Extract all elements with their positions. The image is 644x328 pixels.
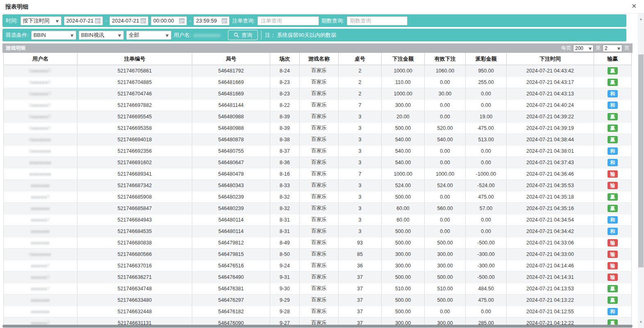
close-icon[interactable]: ✕: [631, 3, 637, 9]
cell-session: 8-24: [270, 65, 300, 77]
cell-payout: 19.00: [466, 111, 507, 122]
cell-valid_bet: 30.00: [425, 88, 466, 100]
cell-bet_time: 2024-07-21 04:14:31: [507, 271, 594, 283]
result-badge-lose[interactable]: 输: [608, 182, 618, 189]
cell-bet_time: 2024-07-21 04:40:24: [507, 100, 594, 111]
result-badge-win[interactable]: 赢: [608, 205, 618, 212]
result-badge-tie[interactable]: 和: [608, 308, 618, 315]
period-query-input[interactable]: [349, 17, 405, 24]
result-badge-win[interactable]: 赢: [608, 193, 618, 201]
result-badge-lose[interactable]: 输: [608, 170, 618, 178]
report-table-body: h●●●●●75217467058615464817928-24百家乐21000…: [4, 65, 632, 328]
vertical-scrollbar-thumb[interactable]: [638, 54, 644, 267]
cell-valid_bet: 0.00: [425, 100, 466, 111]
result-badge-win[interactable]: 赢: [608, 67, 618, 75]
table-row: ●●●●●●5217466845355464801148-31百家乐3500.0…: [4, 226, 632, 237]
column-header-round_no: 局号: [192, 53, 270, 65]
result-badge-lose[interactable]: 输: [608, 274, 618, 281]
cell-payout: 0.00: [466, 157, 507, 168]
cell-session: 9-29: [270, 294, 300, 306]
result-badge-tie[interactable]: 和: [608, 216, 618, 224]
masked-username: ●●●●●7: [31, 286, 50, 291]
category-value: BBIN视讯: [81, 32, 104, 39]
cell-session: 8-50: [270, 249, 300, 260]
column-header-game_name: 游戏名称: [300, 53, 339, 65]
date-from-input[interactable]: 2024-07-21: [64, 16, 103, 25]
cell-round_no: 546476182: [192, 306, 270, 317]
cell-bet_time: 2024-07-21 04:35:16: [507, 203, 594, 214]
cell-username: ●●●●●●●: [4, 168, 77, 180]
cell-bet_amount: 500.00: [382, 294, 425, 306]
table-row: h●●●●●●5217466805665464798158-50百家乐85300…: [4, 249, 632, 260]
cell-win_lose: 和: [594, 100, 632, 111]
result-badge-lose[interactable]: 输: [608, 239, 618, 247]
cell-table_no: 93: [339, 237, 382, 249]
cell-round_no: 546480114: [192, 226, 270, 237]
platform-value: BBIN: [34, 32, 46, 38]
cell-payout: 475.00: [466, 294, 507, 306]
category-select[interactable]: BBIN视讯 ∨: [79, 31, 124, 40]
result-badge-lose[interactable]: 输: [608, 262, 618, 269]
cell-win_lose: 输: [594, 180, 632, 191]
search-button[interactable]: 查询: [228, 30, 258, 40]
result-badge-win[interactable]: 赢: [608, 296, 618, 304]
platform-select[interactable]: BBIN ∨: [31, 31, 76, 40]
cell-payout: 950.00: [466, 65, 507, 77]
page-select[interactable]: 2 ∨: [603, 45, 622, 52]
cell-username: ●●●●●7: [4, 191, 77, 203]
search-icon: [234, 32, 239, 38]
scroll-down-icon[interactable]: ▼: [638, 320, 644, 324]
cell-valid_bet: 520.00: [425, 122, 466, 134]
cell-bet_no: 521746632448: [77, 306, 192, 317]
result-badge-win[interactable]: 赢: [608, 124, 618, 132]
cell-payout: 0.00: [466, 100, 507, 111]
horizontal-scrollbar[interactable]: [2, 325, 633, 328]
chevron-down-icon: ∨: [588, 46, 592, 50]
column-header-session: 场次: [270, 53, 300, 65]
scroll-up-icon[interactable]: ▲: [638, 17, 644, 21]
filter-conditions-label: 筛选条件:: [6, 32, 29, 39]
result-badge-win[interactable]: 赢: [608, 79, 618, 86]
cell-bet_time: 2024-07-21 04:33:00: [507, 249, 594, 260]
result-badge-lose[interactable]: 输: [608, 251, 618, 258]
cell-game_name: 百家乐: [300, 168, 339, 180]
cell-bet_no: 521746684535: [77, 226, 192, 237]
cell-bet_amount: 1000.00: [382, 65, 425, 77]
result-badge-tie[interactable]: 和: [608, 90, 618, 97]
cell-session: 8-39: [270, 122, 300, 134]
result-badge-tie[interactable]: 和: [608, 228, 618, 235]
bet-query-input[interactable]: [260, 17, 316, 24]
cell-bet_no: 521746691602: [77, 157, 192, 168]
time-type-select[interactable]: 按下注时间 ∨: [20, 16, 61, 25]
cell-round_no: 546476381: [192, 283, 270, 294]
result-badge-win[interactable]: 赢: [608, 136, 618, 143]
per-page-select[interactable]: 200 ∨: [573, 45, 594, 52]
date-to-input[interactable]: 2024-07-21: [109, 16, 148, 25]
cell-valid_bet: 0.00: [425, 226, 466, 237]
cell-bet_amount: 540.00: [382, 134, 425, 145]
cell-bet_no: 521746694018: [77, 134, 192, 145]
game-type-select[interactable]: 全部 ∨: [126, 31, 171, 40]
cell-valid_bet: 510.00: [425, 283, 466, 294]
time-from-input[interactable]: 00:00:00: [151, 16, 187, 25]
masked-username: ●●●●●●●: [30, 160, 52, 165]
cell-session: 9-30: [270, 283, 300, 294]
cell-username: ●●●●●7: [4, 283, 77, 294]
cell-win_lose: 赢: [594, 203, 632, 214]
cell-game_name: 百家乐: [300, 100, 339, 111]
result-badge-tie[interactable]: 和: [608, 159, 618, 166]
cell-session: 8-49: [270, 237, 300, 249]
result-badge-win[interactable]: 赢: [608, 113, 618, 120]
cell-win_lose: 输: [594, 237, 632, 249]
cell-bet_amount: 500.00: [382, 306, 425, 317]
result-badge-tie[interactable]: 和: [608, 102, 618, 109]
time-to-input[interactable]: 23:59:59: [193, 16, 230, 25]
cell-username: ●●●●●●: [4, 294, 77, 306]
result-badge-tie[interactable]: 和: [608, 147, 618, 155]
result-badge-win[interactable]: 赢: [608, 285, 618, 292]
cell-win_lose: 赢: [594, 191, 632, 203]
vertical-scrollbar[interactable]: ▲ ▼: [638, 14, 644, 328]
cell-round_no: 546480239: [192, 191, 270, 203]
cell-bet_no: 521746695358: [77, 122, 192, 134]
table-row: h●●●●●75217466955455464809888-39百家乐320.0…: [4, 111, 632, 122]
